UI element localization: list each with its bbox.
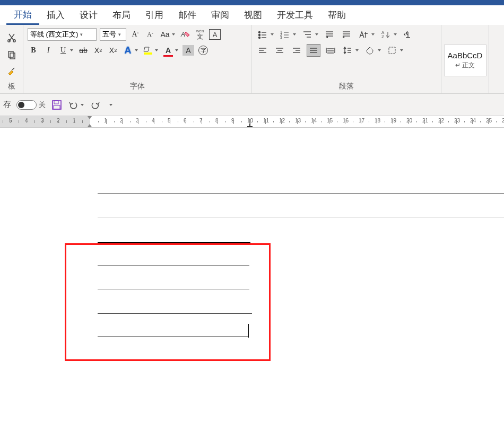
underline-line bbox=[98, 289, 249, 289]
tab-references[interactable]: 引用 bbox=[138, 5, 171, 25]
svg-rect-52 bbox=[54, 105, 60, 109]
text-cursor bbox=[248, 324, 249, 338]
document-area[interactable] bbox=[0, 128, 504, 424]
svg-text:Z: Z bbox=[381, 34, 384, 39]
tab-insert[interactable]: 插入 bbox=[39, 5, 72, 25]
grow-font-button[interactable]: Aˆ bbox=[129, 28, 141, 41]
group-font: 等线 (西文正文)▾ 五号▾ Aˆ Aˇ Aa A wén 文 A B bbox=[23, 25, 251, 93]
bullets-dropdown[interactable] bbox=[270, 33, 275, 36]
shrink-font-button[interactable]: Aˇ bbox=[144, 28, 156, 41]
undo-button[interactable] bbox=[68, 99, 80, 111]
tab-home[interactable]: 开始 bbox=[6, 5, 39, 25]
undo-dropdown[interactable] bbox=[80, 104, 85, 106]
change-case-dropdown[interactable] bbox=[171, 33, 176, 36]
align-right-button[interactable] bbox=[290, 44, 303, 57]
tab-developer[interactable]: 开发工具 bbox=[270, 5, 320, 25]
change-case-button[interactable]: Aa bbox=[159, 28, 171, 41]
font-name-select[interactable]: 等线 (西文正文)▾ bbox=[28, 28, 97, 41]
enclose-characters-button[interactable]: 字 bbox=[197, 44, 209, 57]
group-paragraph: 123 AZ 段落 bbox=[251, 25, 441, 93]
subscript-button[interactable]: X2 bbox=[92, 44, 104, 57]
font-name-value: 等线 (西文正文) bbox=[30, 30, 78, 39]
autosave-state: 关 bbox=[39, 100, 46, 110]
text-effects-button[interactable]: A bbox=[122, 44, 134, 57]
font-size-value: 五号 bbox=[102, 30, 116, 39]
distribute-button[interactable] bbox=[324, 44, 337, 57]
group-styles: AaBbCcD ↵ 正文 bbox=[441, 25, 489, 93]
autosave-label: 存 bbox=[3, 100, 11, 110]
underline-line bbox=[98, 217, 504, 217]
borders-dropdown[interactable] bbox=[399, 49, 404, 51]
strikethrough-button[interactable]: ab bbox=[77, 44, 89, 57]
increase-indent-button[interactable] bbox=[340, 28, 353, 41]
numbering-button[interactable]: 123 bbox=[278, 28, 292, 41]
numbering-dropdown[interactable] bbox=[292, 33, 297, 36]
justify-button[interactable] bbox=[307, 44, 320, 57]
character-shading-button[interactable]: A bbox=[183, 45, 194, 56]
show-marks-button[interactable] bbox=[401, 28, 415, 41]
clear-formatting-button[interactable]: A bbox=[179, 28, 191, 41]
svg-point-6 bbox=[259, 32, 260, 33]
italic-button[interactable]: I bbox=[42, 44, 54, 57]
redo-button[interactable] bbox=[90, 99, 102, 111]
underline-line bbox=[98, 336, 248, 337]
phonetic-guide-button[interactable]: wén 文 bbox=[194, 28, 206, 41]
svg-text:A: A bbox=[180, 31, 185, 38]
tab-layout[interactable]: 布局 bbox=[105, 5, 138, 25]
style-sample-text: AaBbCcD bbox=[448, 51, 483, 60]
underline-dropdown[interactable] bbox=[69, 49, 74, 51]
shading-button[interactable] bbox=[363, 44, 377, 57]
decrease-indent-button[interactable] bbox=[323, 28, 336, 41]
bold-button[interactable]: B bbox=[28, 44, 39, 57]
align-left-button[interactable] bbox=[256, 44, 270, 57]
font-color-dropdown[interactable] bbox=[174, 49, 179, 51]
character-border-button[interactable]: A bbox=[209, 29, 221, 40]
save-button[interactable] bbox=[51, 99, 63, 111]
superscript-button[interactable]: X2 bbox=[107, 44, 119, 57]
tab-review[interactable]: 审阅 bbox=[204, 5, 237, 25]
svg-rect-3 bbox=[10, 53, 15, 59]
asian-layout-dropdown[interactable] bbox=[370, 33, 376, 36]
tab-help[interactable]: 帮助 bbox=[320, 5, 353, 25]
sort-dropdown[interactable] bbox=[393, 33, 398, 36]
highlight-dropdown[interactable] bbox=[154, 49, 159, 51]
asian-layout-button[interactable] bbox=[357, 28, 370, 41]
underline-line bbox=[98, 265, 249, 266]
svg-rect-2 bbox=[8, 51, 13, 57]
copy-button[interactable] bbox=[6, 48, 18, 61]
style-normal[interactable]: AaBbCcD ↵ 正文 bbox=[444, 45, 486, 76]
font-color-button[interactable]: A bbox=[162, 44, 174, 57]
style-name-label: ↵ 正文 bbox=[455, 61, 475, 70]
svg-text:3: 3 bbox=[280, 36, 282, 39]
tab-view[interactable]: 视图 bbox=[237, 5, 270, 25]
font-size-select[interactable]: 五号▾ bbox=[100, 28, 126, 41]
multilevel-list-button[interactable] bbox=[300, 28, 314, 41]
svg-rect-51 bbox=[54, 101, 58, 104]
horizontal-ruler[interactable]: 5432112345678910111213141516171819202122… bbox=[0, 116, 504, 128]
tab-mailings[interactable]: 邮件 bbox=[171, 5, 204, 25]
annotation-highlight-box bbox=[65, 243, 271, 361]
borders-button[interactable] bbox=[385, 44, 399, 57]
shading-dropdown[interactable] bbox=[377, 49, 382, 51]
line-spacing-dropdown[interactable] bbox=[354, 49, 360, 51]
tab-design[interactable]: 设计 bbox=[72, 5, 105, 25]
svg-point-8 bbox=[259, 34, 260, 36]
text-effects-dropdown[interactable] bbox=[134, 49, 139, 51]
group-clipboard: 板 bbox=[0, 25, 23, 93]
qat-customize-dropdown[interactable] bbox=[107, 104, 115, 106]
bullets-button[interactable] bbox=[256, 28, 270, 41]
ribbon-tabs: 开始 插入 设计 布局 引用 邮件 审阅 视图 开发工具 帮助 bbox=[0, 0, 504, 25]
cut-button[interactable] bbox=[6, 31, 18, 44]
underline-line bbox=[98, 193, 504, 194]
multilevel-dropdown[interactable] bbox=[314, 33, 319, 36]
underline-button[interactable]: U bbox=[57, 44, 69, 57]
autosave-toggle[interactable] bbox=[16, 100, 37, 110]
group-label-paragraph: 段落 bbox=[256, 80, 437, 92]
sort-button[interactable]: AZ bbox=[379, 28, 393, 41]
highlight-button[interactable] bbox=[142, 44, 154, 57]
ribbon: 板 等线 (西文正文)▾ 五号▾ Aˆ Aˇ Aa A wén 文 bbox=[0, 25, 504, 94]
format-painter-button[interactable] bbox=[6, 65, 18, 78]
align-center-button[interactable] bbox=[273, 44, 286, 57]
line-spacing-button[interactable] bbox=[341, 44, 354, 57]
group-label-clipboard: 板 bbox=[8, 80, 15, 92]
